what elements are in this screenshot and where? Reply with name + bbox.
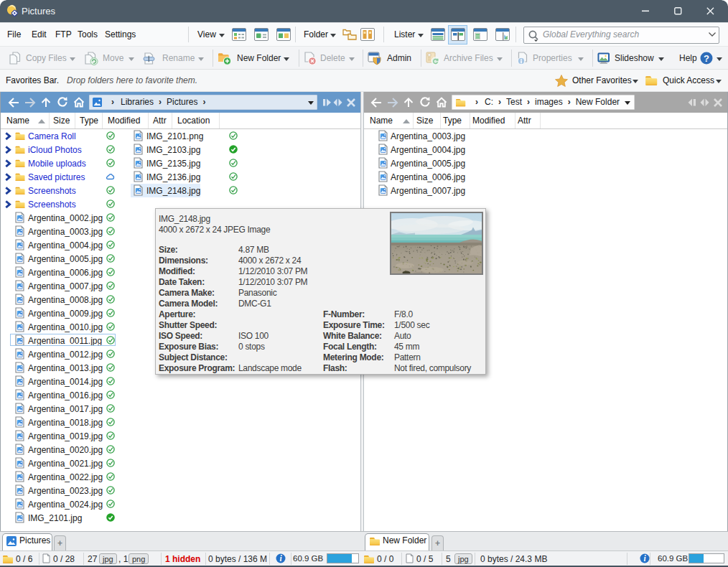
svg-text:?: ?: [704, 53, 709, 64]
